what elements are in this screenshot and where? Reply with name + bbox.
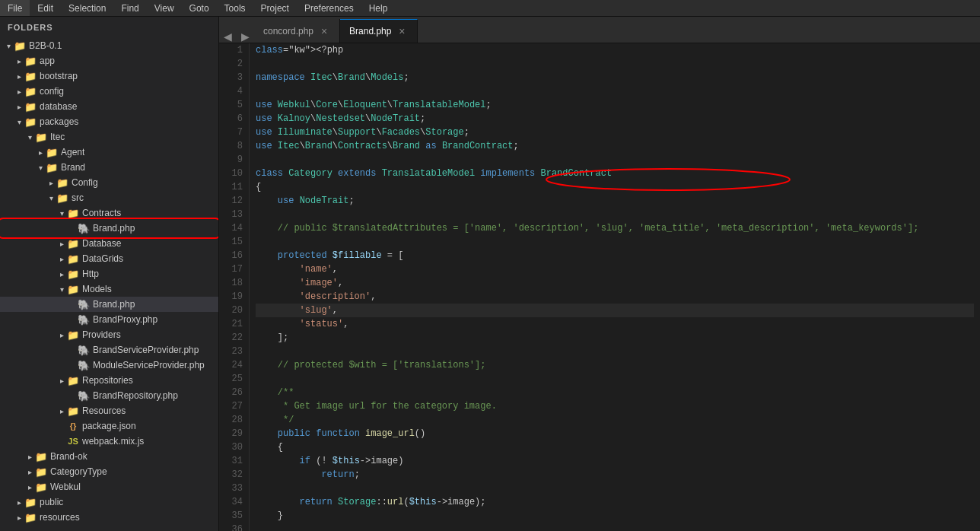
tree-item-providers[interactable]: ▸📁Providers: [0, 327, 218, 342]
tree-label: Providers: [82, 329, 121, 340]
line-number: 6: [225, 112, 243, 126]
tab-brand[interactable]: Brand.php×: [340, 19, 418, 43]
tree-item-repositories[interactable]: ▸📁Repositories: [0, 373, 218, 388]
tree-item-packagejson[interactable]: {}package.json: [0, 418, 218, 434]
tree-label: Itec: [50, 132, 65, 142]
menu-item-find[interactable]: Find: [113, 0, 146, 16]
tree-item-resources2[interactable]: ▸📁resources: [0, 510, 218, 525]
code-line-31: if (! $this->image): [256, 454, 974, 468]
tab-close-brand[interactable]: ×: [396, 25, 408, 37]
menu-item-selection[interactable]: Selection: [61, 0, 113, 16]
code-line-10: class Category extends TranslatableModel…: [256, 167, 974, 180]
line-number: 35: [225, 509, 243, 523]
tree-arrow: ▸: [56, 240, 67, 248]
tree-item-moduleserviceprovider[interactable]: 🐘ModuleServiceProvider.php: [0, 358, 218, 373]
line-number: 33: [225, 482, 243, 495]
tree-item-brandok[interactable]: ▸📁Brand-ok: [0, 449, 218, 464]
tab-nav-next[interactable]: ▶: [237, 30, 254, 43]
line-number: 8: [225, 139, 243, 153]
tree-item-b2b[interactable]: ▾📁B2B-0.1: [0, 38, 218, 53]
tree-label: webpack.mix.js: [82, 436, 144, 447]
tree-arrow: ▾: [56, 209, 67, 218]
tree-label: ModuleServiceProvider.php: [93, 360, 205, 370]
line-number: 30: [225, 440, 243, 454]
menu-item-preferences[interactable]: Preferences: [297, 0, 361, 16]
code-line-4: [256, 84, 974, 98]
menu-item-project[interactable]: Project: [253, 0, 297, 16]
tree-item-brandrepository[interactable]: 🐘BrandRepository.php: [0, 388, 218, 403]
code-line-36: [256, 523, 974, 531]
tree-arrow: ▸: [46, 179, 56, 187]
menu-item-edit[interactable]: Edit: [30, 0, 61, 16]
menu-bar: FileEditSelectionFindViewGotoToolsProjec…: [0, 0, 980, 17]
tree-item-config[interactable]: ▸📁config: [0, 84, 218, 99]
tree-item-bootstrap[interactable]: ▸📁bootstrap: [0, 68, 218, 84]
tree-label: bootstrap: [40, 71, 78, 81]
tree-item-brandphp_contract[interactable]: 🐘Brand.php: [0, 221, 218, 236]
tree-label: BrandProxy.php: [93, 314, 158, 325]
tree-item-brandproxyphp[interactable]: 🐘BrandProxy.php: [0, 312, 218, 327]
tree-item-contracts[interactable]: ▾📁Contracts: [0, 205, 218, 221]
folder-icon: 📁: [67, 268, 79, 280]
tree-item-webkul[interactable]: ▸📁Webkul: [0, 479, 218, 494]
tree-item-http[interactable]: ▸📁Http: [0, 266, 218, 281]
code-line-22: ];: [256, 331, 974, 345]
menu-item-tools[interactable]: Tools: [217, 0, 253, 16]
code-line-7: use Illuminate\Support\Facades\Storage;: [256, 126, 974, 139]
tree-item-itec[interactable]: ▾📁Itec: [0, 129, 218, 145]
tree-item-public[interactable]: ▸📁public: [0, 494, 218, 510]
editor-content[interactable]: 1234567891011121314151617181920212223242…: [219, 43, 980, 531]
line-number: 9: [225, 153, 243, 167]
tree-item-categorytype[interactable]: ▸📁CategoryType: [0, 464, 218, 479]
tree-item-app[interactable]: ▸📁app: [0, 53, 218, 68]
line-number: 28: [225, 413, 243, 427]
tree-arrow: ▸: [14, 514, 24, 522]
tab-close-concord[interactable]: ×: [318, 25, 330, 37]
folder-icon: 📁: [56, 176, 68, 189]
tree-label: Http: [82, 269, 99, 279]
line-number: 14: [225, 221, 243, 235]
tree-label: Repositories: [82, 375, 133, 386]
code-line-26: /**: [256, 386, 974, 399]
folder-icon: 📁: [24, 100, 37, 113]
tree-item-src[interactable]: ▾📁src: [0, 190, 218, 205]
tree-item-config2[interactable]: ▸📁Config: [0, 175, 218, 190]
tree-arrow: ▸: [14, 87, 24, 96]
code-line-17: 'name',: [256, 262, 974, 276]
folder-icon: 📁: [56, 192, 68, 204]
code-line-29: public function image_url(): [256, 427, 974, 440]
tab-nav-prev[interactable]: ◀: [219, 30, 237, 43]
code-line-19: 'description',: [256, 290, 974, 304]
tree-label: BrandServiceProvider.php: [93, 345, 199, 355]
code-line-12: use NodeTrait;: [256, 194, 974, 208]
menu-item-goto[interactable]: Goto: [182, 0, 217, 16]
tree-item-agent[interactable]: ▸📁Agent: [0, 145, 218, 160]
folder-icon: 📁: [35, 131, 47, 143]
menu-item-view[interactable]: View: [147, 0, 182, 16]
menu-item-file[interactable]: File: [0, 0, 30, 16]
js-icon: JS: [67, 435, 79, 447]
line-number: 34: [225, 495, 243, 509]
tree-item-brandserviceprovider[interactable]: 🐘BrandServiceProvider.php: [0, 342, 218, 358]
tree-item-webpackmixjs[interactable]: JSwebpack.mix.js: [0, 434, 218, 449]
tree-item-resources[interactable]: ▸📁Resources: [0, 403, 218, 418]
tree-item-brandphp_model[interactable]: 🐘Brand.php: [0, 297, 218, 312]
tree-item-database[interactable]: ▸📁database: [0, 99, 218, 114]
tree-item-datagrids[interactable]: ▸📁DataGrids: [0, 251, 218, 266]
sidebar: FOLDERS ▾📁B2B-0.1▸📁app▸📁bootstrap▸📁confi…: [0, 17, 219, 531]
tab-label-concord: concord.php: [263, 26, 313, 37]
folder-icon: 📁: [24, 55, 37, 67]
menu-item-help[interactable]: Help: [361, 0, 396, 16]
tree-arrow: ▸: [56, 331, 67, 339]
code-line-15: [256, 235, 974, 249]
tree-item-brand[interactable]: ▾📁Brand: [0, 160, 218, 175]
code-area: class="kw"><?php namespace Itec\Brand\Mo…: [250, 43, 980, 531]
tree-item-database2[interactable]: ▸📁Database: [0, 236, 218, 251]
tree-arrow: ▸: [56, 377, 67, 385]
tree-label: DataGrids: [82, 253, 123, 264]
tab-concord[interactable]: concord.php×: [254, 19, 340, 43]
tree-item-packages[interactable]: ▾📁packages: [0, 114, 218, 129]
tree-item-models[interactable]: ▾📁Models: [0, 281, 218, 297]
line-number: 4: [225, 84, 243, 98]
line-number: 36: [225, 523, 243, 531]
